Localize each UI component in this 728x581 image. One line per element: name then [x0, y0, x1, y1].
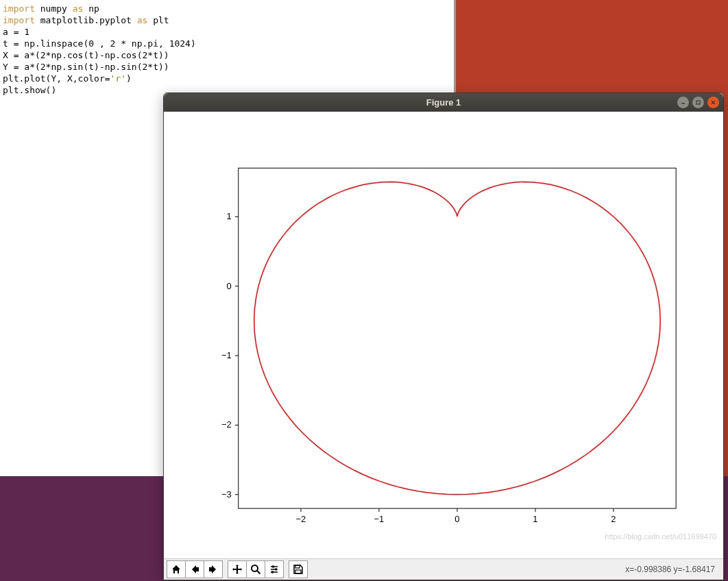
- figure-window: Figure 1 −2−1012 −3−2−101 https://blog.c…: [163, 92, 724, 580]
- minimize-icon: [680, 99, 686, 106]
- svg-point-24: [252, 565, 258, 571]
- svg-text:−1: −1: [374, 514, 385, 524]
- svg-line-25: [257, 571, 260, 574]
- code-line: import numpy as np: [3, 3, 452, 14]
- cursor-coords: x=-0.998386 y=-1.68417: [625, 565, 715, 574]
- yticks: −3−2−101: [221, 212, 239, 500]
- svg-text:0: 0: [227, 281, 232, 291]
- svg-rect-1: [696, 101, 700, 104]
- save-icon: [293, 564, 304, 575]
- svg-text:1: 1: [533, 514, 537, 524]
- pan-button[interactable]: [228, 560, 247, 578]
- svg-text:−1: −1: [221, 350, 232, 360]
- svg-text:0: 0: [454, 514, 459, 524]
- plot-svg: −2−1012 −3−2−101: [164, 112, 723, 558]
- home-icon: [171, 564, 182, 575]
- maximize-icon: [695, 99, 701, 106]
- svg-text:−2: −2: [221, 420, 232, 430]
- code-line: import matplotlib.pyplot as plt: [3, 14, 452, 26]
- save-button[interactable]: [289, 560, 308, 578]
- configure-icon: [269, 564, 280, 575]
- svg-text:−2: −2: [296, 514, 306, 524]
- zoom-icon: [250, 564, 261, 575]
- configure-button[interactable]: [265, 560, 284, 578]
- back-icon: [189, 564, 200, 575]
- forward-button[interactable]: [204, 560, 223, 578]
- svg-rect-31: [271, 571, 274, 573]
- axes-frame: [239, 169, 676, 509]
- code-line: t = np.linspace(0 , 2 * np.pi, 1024): [3, 38, 452, 49]
- svg-rect-27: [272, 565, 274, 567]
- svg-rect-32: [295, 565, 300, 568]
- back-button[interactable]: [185, 560, 204, 578]
- code-line: X = a*(2*np.cos(t)-np.cos(2*t)): [3, 49, 452, 61]
- code-line: plt.plot(Y, X,color='r'): [3, 73, 452, 84]
- window-title: Figure 1: [426, 97, 461, 108]
- xticks: −2−1012: [296, 508, 616, 524]
- maximize-button[interactable]: [692, 97, 704, 108]
- figure-canvas[interactable]: −2−1012 −3−2−101 https://blog.csdn.net/u…: [164, 112, 723, 558]
- window-titlebar[interactable]: Figure 1: [164, 93, 723, 112]
- svg-text:−3: −3: [221, 489, 232, 499]
- window-controls: [677, 97, 719, 108]
- code-line: a = 1: [3, 26, 452, 38]
- cardioid-line: [254, 182, 660, 495]
- close-button[interactable]: [707, 97, 719, 108]
- pan-icon: [232, 564, 243, 575]
- forward-icon: [208, 564, 219, 575]
- zoom-button[interactable]: [246, 560, 265, 578]
- home-button[interactable]: [167, 560, 186, 578]
- matplotlib-toolbar: x=-0.998386 y=-1.68417: [164, 558, 723, 580]
- svg-rect-29: [275, 568, 277, 570]
- svg-text:1: 1: [227, 212, 232, 222]
- code-line: Y = a*(2*np.sin(t)-np.sin(2*t)): [3, 61, 452, 73]
- close-icon: [710, 99, 716, 106]
- svg-text:2: 2: [611, 514, 616, 524]
- minimize-button[interactable]: [677, 97, 689, 108]
